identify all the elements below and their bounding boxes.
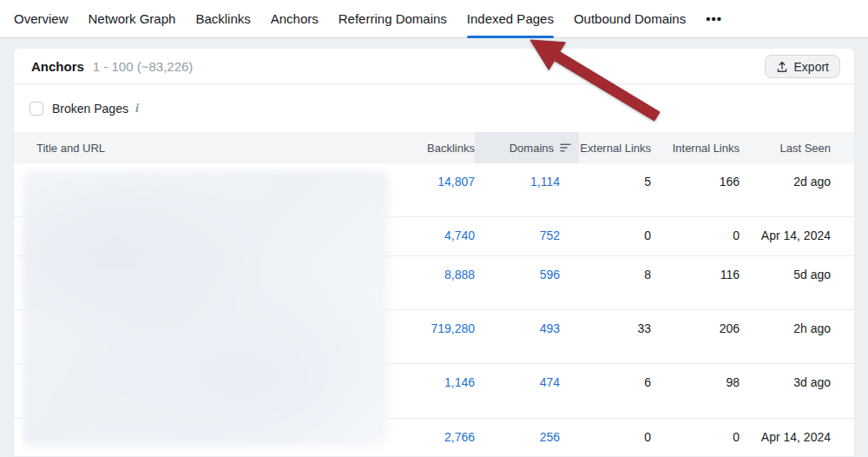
panel-header: Anchors 1 - 100 (~83,226) Export: [14, 49, 854, 84]
cell-last-seen: 5d ago: [740, 268, 831, 281]
cell-internal: 0: [651, 228, 740, 242]
cell-internal: 206: [651, 321, 740, 335]
cell-backlinks[interactable]: 1,146: [388, 375, 475, 389]
column-label: Domains: [510, 142, 554, 155]
export-button[interactable]: Export: [765, 55, 840, 78]
tab-anchors[interactable]: Anchors: [271, 0, 319, 38]
cell-domains[interactable]: 596: [475, 268, 560, 281]
tab-backlinks[interactable]: Backlinks: [195, 0, 250, 38]
export-label: Export: [794, 60, 829, 74]
cell-external: 33: [560, 321, 651, 335]
cell-backlinks[interactable]: 2,766: [388, 430, 475, 444]
cell-external: 5: [560, 175, 651, 189]
tab-referring-domains[interactable]: Referring Domains: [339, 0, 447, 38]
blurred-title-column: [23, 170, 388, 447]
cell-backlinks[interactable]: 4,740: [388, 228, 475, 242]
tab-outbound-domains[interactable]: Outbound Domains: [574, 0, 686, 38]
tab-overview[interactable]: Overview: [14, 0, 69, 38]
table-header-row: Title and URLBacklinksDomainsExternal Li…: [14, 132, 854, 163]
broken-pages-label[interactable]: Broken Pages: [52, 102, 128, 116]
cell-last-seen: 3d ago: [740, 375, 831, 389]
cell-domains[interactable]: 1,114: [475, 175, 560, 189]
cell-domains[interactable]: 256: [475, 430, 560, 444]
anchors-panel: Anchors 1 - 100 (~83,226) Export Broken …: [14, 49, 854, 457]
cell-backlinks[interactable]: 719,280: [388, 321, 475, 335]
column-header-last-seen[interactable]: Last Seen: [740, 132, 831, 163]
cell-external: 0: [560, 430, 651, 444]
panel-title: Anchors: [31, 59, 84, 74]
primary-tabs: OverviewNetwork GraphBacklinksAnchorsRef…: [14, 0, 686, 38]
column-label: Title and URL: [36, 142, 105, 155]
cell-backlinks[interactable]: 8,888: [388, 268, 475, 281]
cell-external: 6: [560, 375, 651, 389]
cell-last-seen: 2h ago: [740, 321, 831, 335]
cell-external: 0: [560, 228, 651, 242]
info-icon[interactable]: i: [135, 102, 139, 116]
filter-row: Broken Pages i: [14, 84, 854, 132]
tab-network-graph[interactable]: Network Graph: [89, 0, 176, 38]
column-header-internal[interactable]: Internal Links: [651, 132, 740, 163]
broken-pages-checkbox[interactable]: [30, 102, 43, 116]
cell-backlinks[interactable]: 14,807: [388, 175, 475, 189]
top-tab-bar: OverviewNetwork GraphBacklinksAnchorsRef…: [0, 0, 868, 38]
cell-internal: 98: [651, 375, 740, 389]
cell-last-seen: Apr 14, 2024: [740, 430, 831, 444]
tab-indexed-pages[interactable]: Indexed Pages: [467, 0, 554, 38]
result-range: 1 - 100 (~83,226): [93, 59, 194, 74]
column-label: Last Seen: [779, 142, 831, 155]
upload-icon: [776, 61, 788, 73]
cell-internal: 116: [651, 268, 740, 281]
cell-domains[interactable]: 474: [475, 375, 560, 389]
column-header-title: Title and URL: [23, 132, 388, 163]
column-label: External Links: [580, 142, 651, 155]
column-label: Internal Links: [673, 142, 740, 155]
column-label: Backlinks: [427, 142, 475, 155]
column-header-backlinks[interactable]: Backlinks: [388, 132, 475, 163]
column-header-external[interactable]: External Links: [560, 132, 651, 163]
cell-domains[interactable]: 493: [475, 321, 560, 335]
cell-last-seen: 2d ago: [740, 175, 831, 189]
cell-last-seen: Apr 14, 2024: [740, 228, 831, 242]
more-tabs-button[interactable]: •••: [706, 0, 722, 38]
cell-external: 8: [560, 268, 651, 281]
cell-internal: 0: [651, 430, 740, 444]
cell-internal: 166: [651, 175, 740, 189]
cell-domains[interactable]: 752: [475, 228, 560, 242]
